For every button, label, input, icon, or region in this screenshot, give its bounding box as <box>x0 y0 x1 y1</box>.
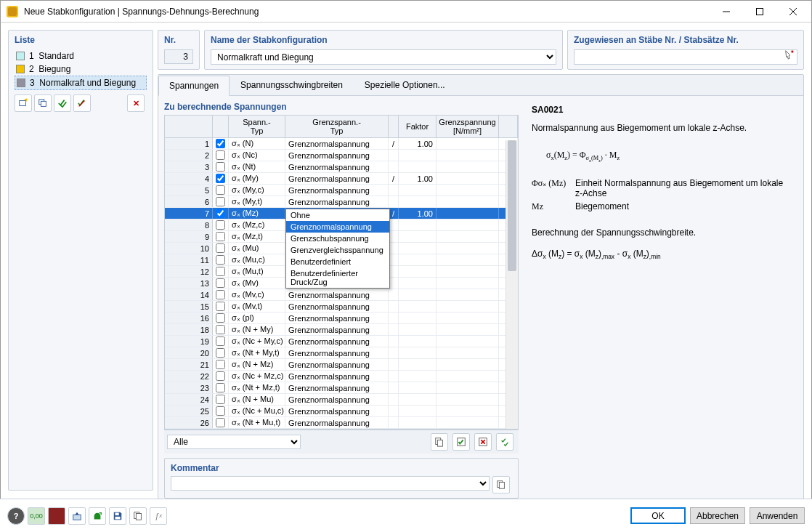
table-row[interactable]: 21σₓ (N + Mz)Grenznormalspannung <box>165 359 518 371</box>
comment-input[interactable] <box>171 476 490 491</box>
liste-item[interactable]: 3 Normalkraft und Biegung <box>15 76 147 90</box>
grenzspannung-dropdown[interactable]: OhneGrenznormalspannungGrenzschubspannun… <box>285 209 390 289</box>
table-row[interactable]: 2σₓ (Nc)Grenznormalspannung <box>165 150 518 161</box>
dropdown-option[interactable]: Ohne <box>286 209 389 221</box>
liste-item[interactable]: 2 Biegung <box>15 63 147 76</box>
row-checkbox[interactable] <box>216 197 225 206</box>
table-row[interactable]: 25σₓ (Nc + Mu,c)Grenznormalspannung <box>165 406 518 417</box>
table-row[interactable]: 14σₓ (Mv,c)Grenznormalspannung <box>165 289 518 301</box>
table-row[interactable]: 24σₓ (N + Mu)Grenznormalspannung <box>165 394 518 406</box>
row-checkbox[interactable] <box>216 290 225 299</box>
row-checkbox[interactable] <box>216 209 225 218</box>
uncheck-all-button[interactable] <box>73 94 91 112</box>
stress-grid[interactable]: Spann.- Typ Grenzspann.- Typ Faktor Gren… <box>164 115 519 430</box>
table-row[interactable]: 22σₓ (Nc + Mz,c)Grenznormalspannung <box>165 371 518 382</box>
dropdown-option[interactable]: Benutzerdefiniert <box>286 256 389 267</box>
units-button[interactable]: 0,00 <box>28 507 45 525</box>
row-checkbox[interactable] <box>216 395 225 404</box>
dropdown-option[interactable]: Grenzvergleichsspannung <box>286 244 389 256</box>
row-checkbox[interactable] <box>216 348 225 358</box>
row-checkbox[interactable] <box>216 360 225 369</box>
svg-rect-21 <box>115 516 121 519</box>
ok-button[interactable]: OK <box>630 507 686 524</box>
table-row[interactable]: 6σₓ (My,t)Grenznormalspannung <box>165 196 518 208</box>
row-checkbox[interactable] <box>216 406 225 416</box>
row-checkbox[interactable] <box>216 150 225 160</box>
info-desc: Normalspannung aus Biegemoment um lokale… <box>532 122 790 134</box>
row-checkbox[interactable] <box>216 185 225 195</box>
dropdown-option[interactable]: Benutzerdefinierter Druck/Zug <box>286 267 389 288</box>
apply-button[interactable]: Anwenden <box>750 507 805 524</box>
table-row[interactable]: 20σₓ (Nt + My,t)Grenznormalspannung <box>165 347 518 359</box>
delete-config-button[interactable]: ✕ <box>127 94 145 112</box>
row-checkbox[interactable] <box>216 302 225 311</box>
name-select[interactable]: Normalkraft und Biegung <box>211 49 556 65</box>
row-checkbox[interactable] <box>216 220 225 230</box>
uncheck-rows-button[interactable] <box>474 433 492 451</box>
copy-config-button[interactable] <box>34 94 52 112</box>
table-row[interactable]: 3σₓ (Nt)Grenznormalspannung <box>165 161 518 173</box>
row-checkbox[interactable] <box>216 174 225 183</box>
row-checkbox[interactable] <box>216 325 225 334</box>
default-button[interactable] <box>129 507 147 525</box>
row-checkbox[interactable] <box>216 232 225 241</box>
title-bar: Neue Stabkonfiguration | Spannungs-Dehnu… <box>1 1 811 23</box>
table-row[interactable]: 16σₓ (pl)Grenznormalspannung <box>165 313 518 324</box>
function-button[interactable]: ƒx <box>150 507 167 525</box>
dropdown-option[interactable]: Grenznormalspannung <box>286 221 389 233</box>
table-row[interactable]: 26σₓ (Nt + Mu,t)Grenznormalspannung <box>165 417 518 429</box>
close-button[interactable] <box>776 1 810 23</box>
row-checkbox[interactable] <box>216 418 225 427</box>
table-row[interactable]: 15σₓ (Mv,t)Grenznormalspannung <box>165 301 518 313</box>
info-panel: SA0021 Normalspannung aus Biegemoment um… <box>524 102 797 499</box>
filter-select[interactable]: Alle <box>167 435 301 449</box>
color-button[interactable] <box>48 507 65 525</box>
check-rows-button[interactable] <box>452 433 470 451</box>
pick-members-button[interactable] <box>783 48 796 61</box>
row-checkbox[interactable] <box>216 255 225 265</box>
svg-rect-23 <box>136 513 141 520</box>
graphics-button[interactable] <box>68 507 86 525</box>
save-button[interactable] <box>109 507 126 525</box>
row-checkbox[interactable] <box>216 313 225 323</box>
tab-spezielle[interactable]: Spezielle Optionen... <box>354 75 456 95</box>
tab-schwingbreiten[interactable]: Spannungsschwingbreiten <box>230 75 354 95</box>
svg-rect-4 <box>20 101 26 106</box>
svg-rect-18 <box>499 483 504 489</box>
liste-item[interactable]: 1 Standard <box>15 49 147 63</box>
minimize-button[interactable] <box>710 1 743 23</box>
tab-spannungen[interactable]: Spannungen <box>158 76 230 96</box>
row-checkbox[interactable] <box>216 371 225 381</box>
assign-input[interactable] <box>574 49 797 65</box>
table-row[interactable]: 19σₓ (Nc + My,c)Grenznormalspannung <box>165 336 518 347</box>
liste-title: Liste <box>15 35 147 45</box>
row-checkbox[interactable] <box>216 383 225 392</box>
dropdown-option[interactable]: Grenzschubspannung <box>286 233 389 244</box>
table-row[interactable]: 23σₓ (Nt + Mz,t)Grenznormalspannung <box>165 382 518 394</box>
assign-panel: Zugewiesen an Stäbe Nr. / Stabsätze Nr. <box>567 30 804 70</box>
range-title: Berechnung der Spannungsschwingbreite. <box>532 227 790 239</box>
table-row[interactable]: 18σₓ (N + My)Grenznormalspannung <box>165 324 518 336</box>
row-checkbox[interactable] <box>216 243 225 253</box>
row-checkbox[interactable] <box>216 336 225 346</box>
new-config-button[interactable] <box>15 94 32 112</box>
cancel-button[interactable]: Abbrechen <box>690 507 745 524</box>
row-checkbox[interactable] <box>216 278 225 288</box>
comment-library-button[interactable] <box>492 476 510 493</box>
help-button[interactable]: ? <box>7 507 25 525</box>
maximize-button[interactable] <box>743 1 776 23</box>
row-checkbox[interactable] <box>216 267 225 276</box>
svg-rect-7 <box>41 101 46 106</box>
row-checkbox[interactable] <box>216 162 225 172</box>
app-icon <box>7 6 18 17</box>
toggle-rows-button[interactable] <box>496 433 513 451</box>
grid-scrollbar[interactable] <box>506 140 518 429</box>
table-row[interactable]: 4σₓ (My)Grenznormalspannung/1.00 <box>165 173 518 185</box>
table-row[interactable]: 1σₓ (N)Grenznormalspannung/1.00 <box>165 138 518 150</box>
table-row[interactable]: 5σₓ (My,c)Grenznormalspannung <box>165 185 518 196</box>
row-checkbox[interactable] <box>216 139 225 148</box>
nr-input[interactable] <box>164 49 193 64</box>
load-button[interactable] <box>89 507 106 525</box>
copy-row-button[interactable] <box>431 433 448 451</box>
check-all-button[interactable] <box>54 94 71 112</box>
